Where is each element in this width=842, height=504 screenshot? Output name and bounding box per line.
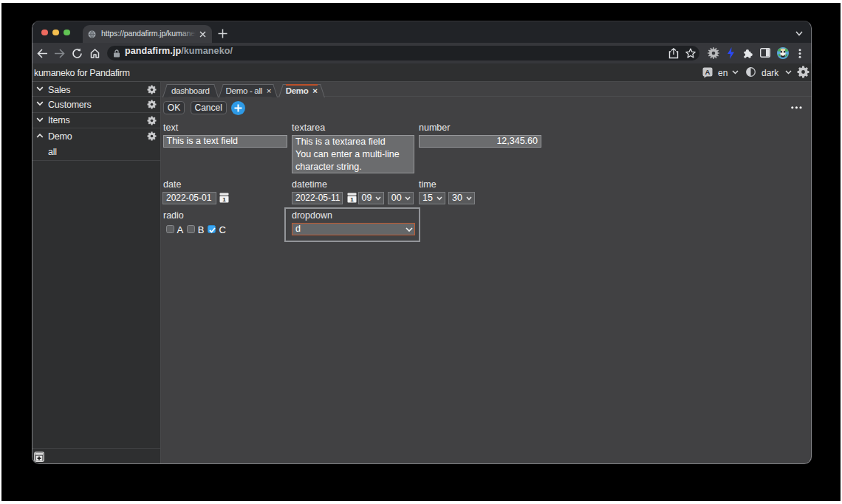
svg-text:A: A bbox=[705, 68, 711, 76]
svg-text:1: 1 bbox=[222, 196, 226, 203]
svg-text:1: 1 bbox=[350, 196, 354, 203]
